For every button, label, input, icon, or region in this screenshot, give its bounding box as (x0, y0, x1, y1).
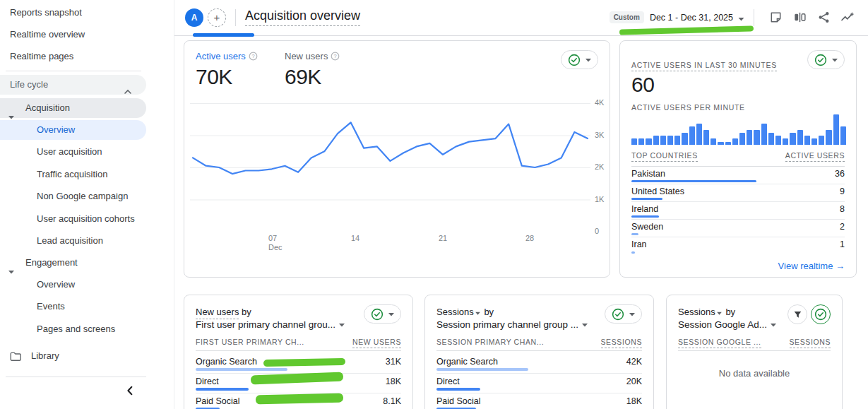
sidebar-item-acquisition-overview[interactable]: Overview (0, 120, 146, 140)
sidebar-item-realtime-overview[interactable]: Realtime overview (0, 24, 146, 45)
sidebar-item-engagement[interactable]: Engagement (0, 252, 146, 273)
sidebar-item-user-acquisition[interactable]: User acquisition (0, 141, 146, 162)
page-title[interactable]: Acquisition overview (245, 8, 360, 26)
view-realtime-link[interactable]: View realtime → (778, 261, 845, 271)
minute-bar (696, 124, 702, 145)
channel-row[interactable]: Organic Search31K (196, 354, 401, 374)
sidebar-item-user-acquisition-cohorts[interactable]: User acquisition cohorts (0, 208, 146, 230)
minute-bar (631, 138, 637, 145)
date-range-picker[interactable]: Dec 1 - Dec 31, 2025 (650, 13, 733, 23)
realtime-value: 60 (631, 73, 654, 97)
sidebar-item-realtime-pages[interactable]: Realtime pages (0, 46, 146, 67)
filter-icon[interactable] (787, 304, 807, 324)
minute-bar (653, 136, 659, 145)
minute-bar (783, 138, 788, 145)
check-circle-icon (568, 54, 581, 66)
minute-bar (667, 136, 673, 145)
x-tick-label: 21 (439, 234, 447, 243)
carousel-scroll-indicator[interactable] (193, 33, 254, 37)
minute-bar (646, 138, 651, 145)
sidebar-item-traffic-acquisition[interactable]: Traffic acquisition (0, 164, 146, 185)
metric-column-header: SESSIONS (790, 338, 831, 348)
dimension-dropdown[interactable]: Session Google Ad... (678, 319, 776, 330)
caret-down-icon[interactable] (738, 11, 744, 24)
divider (235, 9, 236, 26)
sidebar-item-library[interactable]: Library (0, 345, 146, 367)
tab-active-users[interactable]: Active users ? 70K (196, 51, 258, 89)
check-circle-icon[interactable] (811, 304, 831, 324)
country-name: Iran (631, 239, 647, 249)
dimension-dropdown[interactable]: First user primary channel grou... (196, 319, 345, 330)
no-data-message: No data available (667, 368, 842, 379)
realtime-card: ACTIVE USERS IN LAST 30 MINUTES 60 ACTIV… (619, 40, 857, 278)
country-row[interactable]: Sweden 2 (631, 220, 845, 237)
tab-new-users[interactable]: New users ? 69K (285, 51, 340, 89)
country-value: 2 (840, 222, 845, 232)
realtime-title: ACTIVE USERS IN LAST 30 MINUTES (631, 61, 777, 71)
sidebar-item-events[interactable]: Events (0, 296, 146, 317)
country-value: 1 (840, 239, 845, 249)
share-icon[interactable] (811, 6, 836, 30)
data-quality-dropdown[interactable] (561, 50, 598, 69)
card-metric-title[interactable]: Sessions by (678, 307, 735, 317)
channel-row[interactable]: Organic Search42K (436, 354, 642, 374)
metric-column-header: NEW USERS (352, 338, 401, 348)
data-quality-dropdown[interactable] (364, 304, 401, 324)
caret-down-icon (585, 58, 591, 62)
caret-down-icon (832, 58, 838, 62)
minute-bar (840, 126, 846, 145)
dimension-column-header: SESSION PRIMARY CHAN... (436, 338, 544, 346)
country-row[interactable]: Ireland 8 (631, 202, 845, 220)
collapse-sidebar-icon[interactable] (126, 386, 140, 400)
caret-down-icon (339, 323, 345, 327)
help-icon[interactable]: ? (331, 52, 340, 61)
card-metric-title[interactable]: New users by (196, 307, 251, 319)
sidebar-item-non-google-campaign[interactable]: Non Google campaign (0, 186, 146, 207)
divider (174, 35, 868, 36)
channel-row[interactable]: Direct20K (436, 374, 642, 393)
per-minute-bar-chart[interactable] (631, 114, 846, 145)
arrow-right-icon: → (836, 261, 845, 271)
dimension-column-header: SESSION GOOGLE ... (678, 338, 761, 348)
sidebar-section-life-cycle[interactable]: Life cycle (0, 75, 146, 95)
channel-row[interactable]: Paid Social18K (436, 393, 642, 409)
divider (436, 350, 642, 351)
add-comparison-button[interactable]: + (208, 8, 226, 27)
sidebar-item-acquisition[interactable]: Acquisition (0, 98, 146, 118)
note-icon[interactable] (763, 6, 787, 30)
dimension-dropdown[interactable]: Session primary channel group ... (436, 319, 588, 330)
data-quality-dropdown[interactable] (807, 50, 845, 69)
sidebar-item-engagement-overview[interactable]: Overview (0, 274, 146, 295)
sidebar-item-label: Acquisition (25, 102, 70, 113)
minute-bar (674, 136, 680, 145)
country-bar (631, 251, 635, 254)
y-tick-label: 2K (595, 162, 604, 171)
insights-icon[interactable] (836, 6, 860, 30)
sidebar-divider (6, 71, 141, 71)
minute-bar (790, 133, 795, 145)
country-row[interactable]: Pakistan 36 (631, 167, 845, 184)
sidebar-item-lead-acquisition[interactable]: Lead acquisition (0, 230, 146, 251)
help-icon[interactable]: ? (249, 52, 258, 61)
y-tick-label: 1K (595, 195, 604, 203)
avatar[interactable]: A (185, 8, 203, 27)
metric-label: New users (285, 51, 328, 61)
minute-bar (768, 133, 774, 145)
minute-bar (660, 136, 666, 145)
check-circle-icon (371, 308, 384, 321)
country-row[interactable]: United States 9 (631, 184, 845, 202)
card-metric-title[interactable]: Sessions by (436, 307, 494, 317)
channel-row[interactable]: Paid Social8.1K (196, 393, 401, 409)
country-name: United States (631, 186, 684, 196)
reports-sidebar: Reports snapshot Realtime overview Realt… (0, 0, 174, 409)
sessions-by-channel-card: Sessions by Session primary channel grou… (424, 295, 654, 409)
channel-row[interactable]: Direct18K (196, 374, 401, 393)
country-row[interactable]: Iran 1 (631, 237, 845, 255)
sidebar-item-pages-and-screens[interactable]: Pages and screens (0, 319, 146, 340)
minute-bar (819, 136, 824, 145)
channel-bar (436, 388, 480, 391)
comparison-icon[interactable] (787, 6, 811, 30)
sidebar-item-reports-snapshot[interactable]: Reports snapshot (0, 2, 146, 23)
active-users-line-chart[interactable] (190, 103, 590, 232)
data-quality-dropdown[interactable] (605, 304, 642, 324)
